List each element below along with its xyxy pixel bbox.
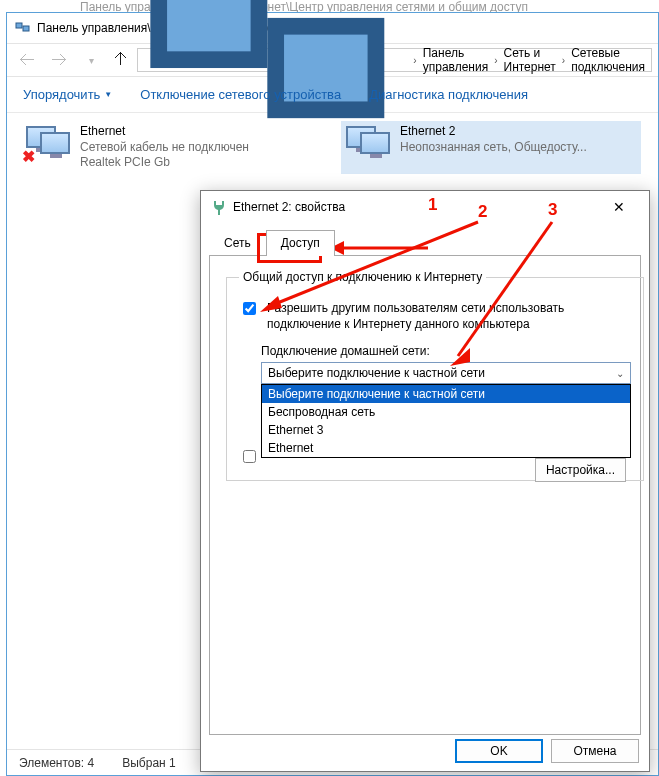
dropdown-option[interactable]: Ethernet <box>262 439 630 457</box>
settings-button[interactable]: Настройка... <box>535 458 626 482</box>
connection-status: Неопознанная сеть, Общедосту... <box>400 140 587 156</box>
breadcrumb-item[interactable]: Панель управления <box>421 46 490 74</box>
dialog-tabs: Сеть Доступ <box>201 223 649 255</box>
properties-dialog: Ethernet 2: свойства ✕ Сеть Доступ Общий… <box>200 190 650 772</box>
tab-sharing[interactable]: Доступ <box>266 230 335 256</box>
dropdown-option[interactable]: Выберите подключение к частной сети <box>262 385 630 403</box>
nav-up-button[interactable]: 🡡 <box>109 46 133 74</box>
tab-network[interactable]: Сеть <box>209 230 266 256</box>
network-icon <box>15 20 31 36</box>
address-bar: 🡠 🡢 ▾ 🡡 › Панель управления › Сеть и Инт… <box>7 43 658 77</box>
dropdown-option[interactable]: Ethernet 3 <box>262 421 630 439</box>
connection-status: Сетевой кабель не подключен <box>80 140 249 156</box>
allow-sharing-checkbox[interactable] <box>243 302 256 315</box>
adapter-plug-icon <box>211 199 227 215</box>
chevron-down-icon: ⌄ <box>616 368 624 379</box>
svg-rect-1 <box>23 26 29 31</box>
home-network-dropdown: Выберите подключение к частной сети Бесп… <box>261 384 631 458</box>
adapter-icon: ✖ <box>24 124 72 164</box>
close-button[interactable]: ✕ <box>599 193 639 221</box>
connection-name: Ethernet 2 <box>400 124 587 140</box>
connection-name: Ethernet <box>80 124 249 140</box>
dropdown-option[interactable]: Беспроводная сеть <box>262 403 630 421</box>
connection-adapter: Realtek PCIe Gb <box>80 155 249 171</box>
nav-history-button[interactable]: ▾ <box>77 46 105 74</box>
svg-rect-2 <box>159 0 259 60</box>
disconnected-icon: ✖ <box>22 147 35 166</box>
organize-menu[interactable]: Упорядочить▼ <box>23 87 112 102</box>
dialog-title: Ethernet 2: свойства <box>233 200 345 214</box>
home-network-label: Подключение домашней сети: <box>261 344 631 358</box>
ics-group: Общий доступ к подключению к Интернету Р… <box>226 270 644 481</box>
selected-count: Выбран 1 <box>122 756 175 770</box>
nav-forward-button: 🡢 <box>45 46 73 74</box>
item-count: Элементов: 4 <box>19 756 94 770</box>
connection-item[interactable]: Ethernet 2 Неопознанная сеть, Общедосту.… <box>341 121 641 174</box>
breadcrumb-bar[interactable]: › Панель управления › Сеть и Интернет › … <box>137 48 652 72</box>
combo-value: Выберите подключение к частной сети <box>268 366 485 380</box>
allow-control-checkbox[interactable] <box>243 450 256 463</box>
dialog-buttons: OK Отмена <box>455 739 639 763</box>
allow-sharing-label: Разрешить другим пользователям сети испо… <box>267 300 631 332</box>
nav-back-button: 🡠 <box>13 46 41 74</box>
ok-button[interactable]: OK <box>455 739 543 763</box>
connection-item[interactable]: ✖ Ethernet Сетевой кабель не подключен R… <box>21 121 321 174</box>
breadcrumb-item[interactable]: Сетевые подключения <box>569 46 647 74</box>
diagnose-button[interactable]: Диагностика подключения <box>369 87 528 102</box>
disable-device-button[interactable]: Отключение сетевого устройства <box>140 87 341 102</box>
tab-panel-sharing: Общий доступ к подключению к Интернету Р… <box>209 255 641 735</box>
breadcrumb-item[interactable]: Сеть и Интернет <box>502 46 558 74</box>
home-network-combo[interactable]: Выберите подключение к частной сети ⌄ <box>261 362 631 384</box>
svg-rect-0 <box>16 23 22 28</box>
dialog-titlebar: Ethernet 2: свойства ✕ <box>201 191 649 223</box>
adapter-icon <box>344 124 392 164</box>
cancel-button[interactable]: Отмена <box>551 739 639 763</box>
ics-group-legend: Общий доступ к подключению к Интернету <box>239 270 486 284</box>
